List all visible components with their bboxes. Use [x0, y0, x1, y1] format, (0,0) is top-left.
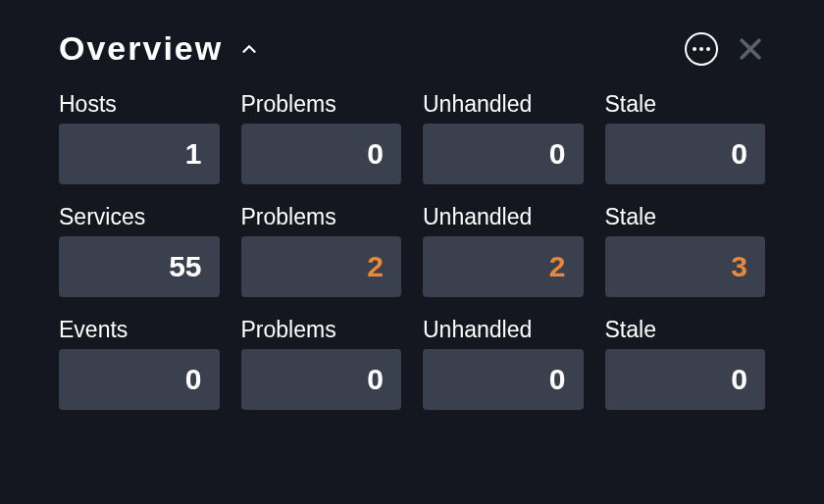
widget-title-group: Overview — [59, 29, 260, 68]
cell-label: Events — [59, 317, 220, 343]
cell-value: 0 — [731, 363, 747, 395]
cell-hosts-problems: Problems 0 — [241, 91, 402, 184]
cell-value: 2 — [367, 250, 384, 282]
close-button[interactable] — [736, 34, 765, 64]
cell-value: 55 — [169, 250, 201, 282]
cell-value-box[interactable]: 2 — [423, 236, 584, 297]
cell-label: Problems — [241, 91, 402, 118]
cell-label: Unhandled — [423, 204, 584, 230]
cell-label: Services — [59, 204, 220, 230]
widget-header: Overview — [59, 29, 765, 68]
cell-value: 0 — [367, 137, 384, 170]
cell-label: Stale — [605, 91, 766, 118]
header-actions — [685, 32, 765, 66]
cell-label: Unhandled — [423, 91, 584, 118]
cell-events-stale: Stale 0 — [605, 317, 766, 410]
cell-hosts-stale: Stale 0 — [605, 91, 766, 184]
cell-label: Hosts — [59, 91, 220, 118]
cell-value-box[interactable]: 0 — [605, 349, 766, 410]
cell-label: Stale — [605, 204, 766, 230]
cell-events: Events 0 — [59, 317, 220, 410]
cell-value: 1 — [185, 137, 202, 170]
cell-value: 2 — [549, 250, 566, 282]
cell-services: Services 55 — [59, 204, 220, 297]
cell-value-box[interactable]: 2 — [241, 236, 402, 297]
cell-value: 3 — [731, 250, 747, 282]
cell-label: Problems — [241, 204, 402, 230]
cell-value-box[interactable]: 0 — [241, 124, 402, 184]
cell-value-box[interactable]: 0 — [59, 349, 220, 410]
cell-value: 0 — [549, 137, 566, 170]
cell-services-stale: Stale 3 — [605, 204, 766, 297]
cell-label: Stale — [605, 317, 766, 343]
cell-value-box[interactable]: 0 — [605, 124, 766, 184]
cell-services-problems: Problems 2 — [241, 204, 402, 297]
cell-value-box[interactable]: 55 — [59, 236, 220, 297]
cell-value-box[interactable]: 0 — [423, 349, 584, 410]
cell-value: 0 — [731, 137, 747, 170]
cell-label: Problems — [241, 317, 402, 343]
cell-hosts-unhandled: Unhandled 0 — [423, 91, 584, 184]
cell-value-box[interactable]: 0 — [241, 349, 402, 410]
cell-label: Unhandled — [423, 317, 584, 343]
widget-title: Overview — [59, 29, 223, 68]
chevron-up-icon[interactable] — [238, 38, 260, 60]
overview-grid: Hosts 1 Problems 0 Unhandled 0 Stale 0 S… — [59, 91, 765, 410]
cell-events-unhandled: Unhandled 0 — [423, 317, 584, 410]
cell-value-box[interactable]: 0 — [423, 124, 584, 184]
cell-value: 0 — [185, 363, 202, 395]
cell-value: 0 — [549, 363, 566, 395]
cell-value: 0 — [367, 363, 384, 395]
cell-hosts: Hosts 1 — [59, 91, 220, 184]
cell-services-unhandled: Unhandled 2 — [423, 204, 584, 297]
more-options-button[interactable] — [685, 32, 718, 66]
cell-value-box[interactable]: 1 — [59, 124, 220, 184]
cell-events-problems: Problems 0 — [241, 317, 402, 410]
cell-value-box[interactable]: 3 — [605, 236, 766, 297]
